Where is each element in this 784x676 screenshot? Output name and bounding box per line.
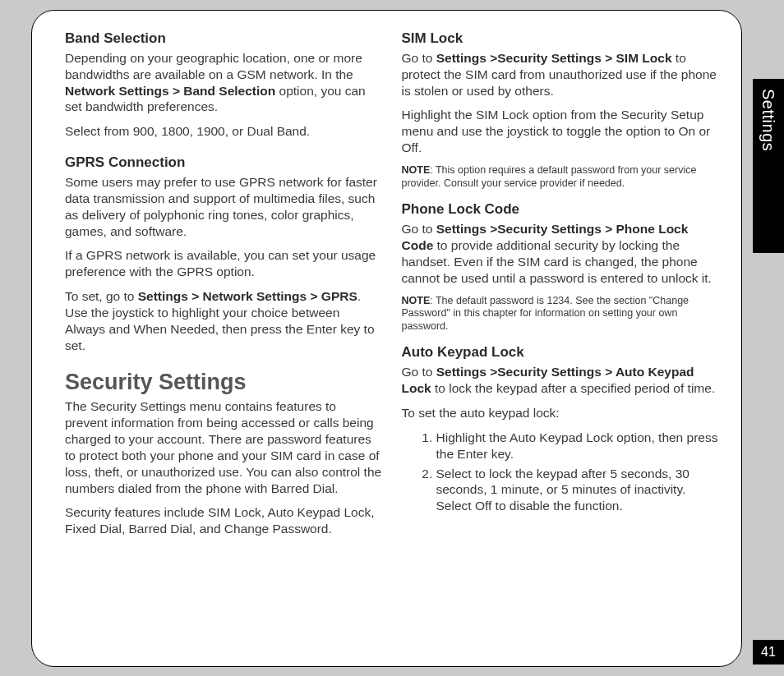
heading-auto-keypad-lock: Auto Keypad Lock	[402, 344, 719, 361]
text: Go to	[402, 51, 436, 65]
sim-note: NOTE: This option requires a default pas…	[402, 164, 719, 190]
note-label: NOTE	[402, 164, 431, 176]
text: to lock the keypad after a specified per…	[431, 381, 716, 395]
text: Go to	[402, 222, 436, 236]
text: Depending on your geographic location, o…	[65, 51, 362, 81]
akl-steps: Highlight the Auto Keypad Lock option, t…	[402, 430, 719, 514]
note-text: : This option requires a default passwor…	[402, 164, 697, 189]
security-paragraph-2: Security features include SIM Lock, Auto…	[65, 504, 382, 537]
bold-path: Settings > Network Settings > GPRS	[138, 289, 357, 303]
text: To set, go to	[65, 289, 138, 303]
heading-gprs: GPRS Connection	[65, 154, 382, 171]
gprs-paragraph-3: To set, go to Settings > Network Setting…	[65, 288, 382, 353]
heading-phone-lock-code: Phone Lock Code	[402, 201, 719, 218]
heading-band-selection: Band Selection	[65, 30, 382, 47]
bold-path: Settings >Security Settings > SIM Lock	[436, 51, 672, 65]
plc-note: NOTE: The default password is 1234. See …	[402, 295, 719, 333]
gprs-paragraph-1: Some users may prefer to use GPRS networ…	[65, 174, 382, 239]
akl-step-2: Select to lock the keypad after 5 second…	[436, 466, 719, 514]
two-column-layout: Band Selection Depending on your geograp…	[65, 30, 718, 648]
security-paragraph-1: The Security Settings menu contains feat…	[65, 398, 382, 496]
side-tab-settings: Settings	[753, 79, 784, 253]
band-paragraph-1: Depending on your geographic location, o…	[65, 50, 382, 115]
heading-sim-lock: SIM Lock	[402, 30, 719, 47]
text: Go to	[402, 365, 436, 379]
note-label: NOTE	[402, 295, 431, 306]
band-paragraph-2: Select from 900, 1800, 1900, or Dual Ban…	[65, 123, 382, 140]
sim-paragraph-2: Highlight the SIM Lock option from the S…	[402, 107, 719, 155]
page-number: 41	[753, 640, 784, 665]
left-column: Band Selection Depending on your geograp…	[65, 30, 382, 648]
heading-security-settings: Security Settings	[65, 370, 382, 395]
akl-step-1: Highlight the Auto Keypad Lock option, t…	[436, 430, 719, 462]
bold-path: Network Settings > Band Selection	[65, 84, 275, 98]
sim-paragraph-1: Go to Settings >Security Settings > SIM …	[402, 50, 719, 99]
akl-paragraph-1: Go to Settings >Security Settings > Auto…	[402, 364, 719, 397]
right-column: SIM Lock Go to Settings >Security Settin…	[402, 30, 719, 648]
text: to provide additional security by lockin…	[402, 238, 712, 285]
plc-paragraph-1: Go to Settings >Security Settings > Phon…	[402, 221, 719, 286]
gprs-paragraph-2: If a GPRS network is available, you can …	[65, 247, 382, 280]
manual-page: Band Selection Depending on your geograp…	[31, 10, 742, 667]
note-text: : The default password is 1234. See the …	[402, 295, 689, 332]
akl-paragraph-2: To set the auto keypad lock:	[402, 405, 719, 421]
